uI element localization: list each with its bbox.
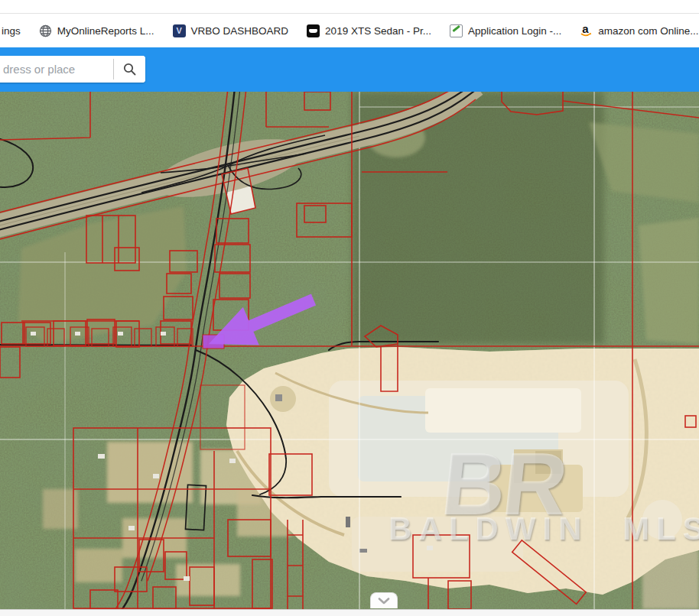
bookmark-label: Application Login -... bbox=[468, 25, 561, 37]
chevron-down-icon bbox=[378, 598, 390, 605]
bookmark-amazon[interactable]: a amazon com Online... bbox=[580, 24, 698, 37]
bottom-panel bbox=[0, 609, 699, 616]
map-toolbar bbox=[0, 47, 699, 92]
bookmark-label: amazon com Online... bbox=[598, 25, 698, 37]
search-icon bbox=[122, 62, 137, 76]
pencil-note-icon bbox=[450, 24, 463, 37]
globe-icon bbox=[39, 24, 52, 37]
vrbo-icon: V bbox=[173, 24, 186, 37]
search-button[interactable] bbox=[114, 56, 145, 83]
search-box bbox=[0, 56, 145, 83]
bookmark-label: 2019 XTS Sedan - Pr... bbox=[325, 25, 431, 37]
bookmark-label: MyOnlineReports L... bbox=[57, 25, 154, 37]
bookmark-myonlinereports[interactable]: MyOnlineReports L... bbox=[39, 24, 154, 37]
collapse-panel-button[interactable] bbox=[370, 592, 398, 608]
bookmark-application-login[interactable]: Application Login -... bbox=[450, 24, 561, 37]
amazon-icon: a bbox=[580, 24, 593, 37]
aerial-imagery bbox=[0, 92, 699, 609]
browser-chrome-strip bbox=[0, 0, 699, 14]
search-input[interactable] bbox=[0, 56, 113, 83]
bookmark-xts-sedan[interactable]: 2019 XTS Sedan - Pr... bbox=[307, 24, 431, 37]
bookmark-clipped[interactable]: ings bbox=[2, 25, 21, 37]
bookmark-vrbo[interactable]: V VRBO DASHBOARD bbox=[173, 24, 289, 37]
map-canvas[interactable]: BR BALDWIN MLS bbox=[0, 92, 699, 609]
browser-window: ings MyOnlineReports L... V VRBO DASHBOA… bbox=[0, 0, 699, 616]
bookmark-label: VRBO DASHBOARD bbox=[191, 25, 289, 37]
bookmarks-bar: ings MyOnlineReports L... V VRBO DASHBOA… bbox=[0, 14, 699, 47]
window-sticker-icon bbox=[307, 24, 320, 37]
bookmark-label: ings bbox=[2, 25, 21, 37]
